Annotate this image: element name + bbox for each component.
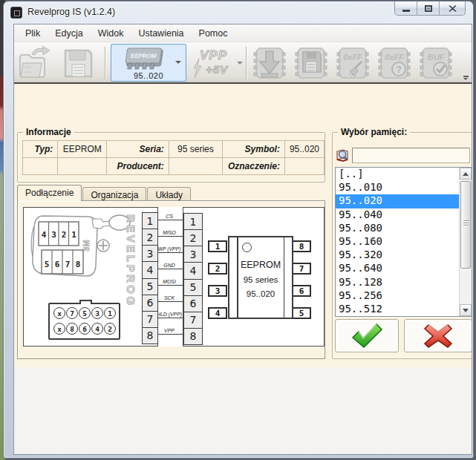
list-item[interactable]: 95..010 (336, 181, 472, 194)
soic-clip-drawing: 4 3 2 1 5 6 7 8 3M (27, 210, 132, 283)
clip-pin-3: 3 (51, 230, 56, 240)
window-title: Revelprog IS (v1.2.4) (27, 7, 115, 17)
list-scrollbar[interactable] (459, 168, 472, 316)
memory-list[interactable]: [..] 95..010 95..020 95..040 95..080 95.… (335, 167, 472, 317)
chip-pin-8: 8 (292, 240, 311, 252)
verify-label: BUF (428, 53, 445, 62)
list-item[interactable]: 95..256 (336, 289, 472, 303)
idc-pin: 3 (91, 307, 103, 319)
app-icon (10, 7, 22, 19)
vpp-voltage-label: +5V (206, 63, 228, 76)
main-form: Informacje Typ: EEPROM Seria: 95 series … (14, 85, 472, 367)
memory-search-input[interactable] (352, 148, 470, 163)
pin-number: 6 (143, 295, 157, 311)
clip-pin-1: 1 (71, 230, 76, 240)
list-item[interactable]: 95..128 (336, 276, 472, 289)
seria-value: 95 series (169, 141, 222, 158)
maximize-button[interactable] (417, 1, 440, 15)
tab-uklady[interactable]: Układy (147, 187, 191, 201)
toolbar-overflow-button[interactable] (462, 76, 469, 80)
idc-pin: 1 (104, 307, 116, 319)
toolbar: 10100101 (14, 42, 472, 84)
device-selected-value: 95..020 (111, 71, 186, 80)
vpp-label: VPP (200, 48, 227, 63)
scroll-up-button[interactable] (460, 168, 472, 180)
tab-organizacja[interactable]: Organizacja (82, 187, 146, 201)
chip-series: 95 series (238, 275, 283, 284)
pin-number: 8 (143, 327, 157, 344)
erase-device-button[interactable]: 0xFF (335, 45, 371, 81)
list-item[interactable]: 95..320 (336, 249, 472, 262)
list-item[interactable]: 95..512 (336, 303, 472, 316)
idc-pin: x (53, 307, 65, 319)
idc-row: x 7 5 3 1 (53, 307, 116, 319)
menu-edycja[interactable]: Edycja (48, 24, 91, 42)
titlebar[interactable]: Revelprog IS (v1.2.4) (4, 1, 473, 24)
programmer-panel: 4 3 2 1 5 6 7 8 3M (23, 207, 158, 346)
write-device-button[interactable] (293, 45, 329, 81)
connection-tabpage: CS MISO WP (VPP) GND MOSI SCK HLD (VPP) … (17, 200, 325, 359)
tab-podlaczenie[interactable]: Podłączenie (17, 185, 82, 201)
idc-pin: 4 (91, 323, 103, 335)
cancel-button[interactable] (404, 319, 472, 352)
device-select-button[interactable]: EEPROM 95..020 (111, 44, 186, 82)
pin-number: 6 (184, 295, 202, 312)
wire: MOSI (157, 285, 183, 286)
idc-pin: 5 (79, 307, 91, 319)
table-row: Typ: EEPROM Seria: 95 series Symbol: 95.… (23, 141, 325, 158)
chip-pin-3: 3 (208, 285, 227, 297)
app-window: Revelprog IS (v1.2.4) Plik Edycja Widok … (3, 1, 474, 459)
save-file-button[interactable] (60, 45, 96, 81)
clip-pin-2: 2 (62, 230, 67, 240)
minimize-button[interactable] (395, 1, 417, 15)
idc-pin: 7 (66, 307, 78, 319)
list-item[interactable]: 95..040 (336, 208, 472, 222)
vpp-button[interactable]: VPP +5V (192, 47, 232, 79)
close-button[interactable] (440, 1, 465, 15)
blank-check-icon: 0xFF ? (376, 45, 412, 81)
pin-number: 5 (143, 278, 157, 295)
accept-button[interactable] (335, 319, 399, 352)
chip-symbol: 95..020 (238, 289, 283, 298)
list-item[interactable]: 95..640 (336, 262, 472, 275)
list-item[interactable]: 95..080 (336, 222, 472, 235)
menu-ustawienia[interactable]: Ustawienia (131, 24, 191, 42)
eeprom-chip-icon-label: EEPROM (130, 53, 157, 59)
blank-check-button[interactable]: 0xFF ? (376, 45, 412, 81)
read-device-button[interactable] (252, 45, 287, 81)
memory-group-title: Wybór pamięci: (338, 127, 410, 137)
scroll-down-button[interactable] (460, 304, 472, 316)
pin-number: 7 (184, 312, 202, 328)
info-table: Typ: EEPROM Seria: 95 series Symbol: 95.… (22, 140, 325, 175)
clip-pin-7: 7 (65, 260, 71, 269)
pin-number: 3 (184, 246, 202, 262)
pin-number: 2 (143, 229, 157, 245)
pin-number: 2 (184, 229, 202, 246)
producent-value (169, 158, 222, 175)
close-icon (449, 4, 457, 13)
wire: HLD (VPP) (157, 318, 183, 318)
chip-pin-6: 6 (292, 285, 311, 297)
menu-pomoc[interactable]: Pomoc (192, 24, 235, 42)
seria-label: Seria: (107, 141, 169, 158)
eeprom-chip-icon: EEPROM (119, 47, 171, 72)
svg-text:0101: 0101 (25, 70, 32, 74)
pin-number: 1 (184, 214, 202, 229)
erase-label: 0xFF (343, 53, 362, 62)
wire: CS (157, 220, 183, 220)
info-group-title: Informacje (23, 127, 74, 137)
menu-widok[interactable]: Widok (91, 24, 131, 42)
scrollbar-thumb[interactable] (460, 181, 471, 269)
list-item[interactable]: [..] (336, 168, 472, 181)
symbol-label: Symbol: (222, 141, 284, 158)
idc-connector: x 7 5 3 1 x 8 6 4 2 (48, 303, 120, 340)
window-controls (394, 1, 466, 16)
open-file-button[interactable]: 10100101 (17, 45, 53, 81)
list-item-selected[interactable]: 95..020 (336, 194, 472, 208)
revelprog-vertical-label: REVELPROG (125, 214, 137, 342)
list-item[interactable]: 95..160 (336, 235, 472, 249)
symbol-value: 95..020 (284, 141, 324, 158)
idc-pin: 2 (104, 323, 116, 335)
menu-plik[interactable]: Plik (18, 24, 48, 42)
verify-buffer-button[interactable]: BUF (418, 45, 454, 81)
